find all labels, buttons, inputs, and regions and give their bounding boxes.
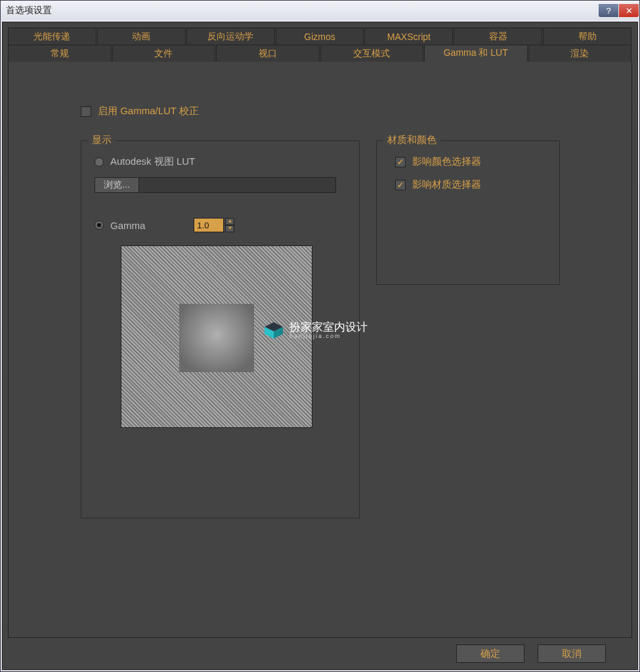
gamma-radio[interactable] [95,220,104,230]
tab-viewports[interactable]: 视口 [216,45,320,62]
tab-containers[interactable]: 容器 [454,28,542,45]
tab-animation[interactable]: 动画 [97,28,186,45]
lut-radio-row: Autodesk 视图 LUT [95,156,359,168]
tab-gamma-lut[interactable]: Gamma 和 LUT [424,45,528,62]
tab-help[interactable]: 帮助 [543,28,631,45]
affect-material-row: 影响材质选择器 [395,178,559,191]
gamma-radio-row: Gamma ▲ ▼ [95,218,359,232]
material-colors-title: 材质和颜色 [383,134,440,146]
tab-rendering[interactable]: 渲染 [528,45,632,62]
tab-gizmos[interactable]: Gizmos [276,28,364,45]
cancel-button[interactable]: 取消 [538,644,606,663]
material-colors-group: 材质和颜色 影响颜色选择器 影响材质选择器 [376,140,560,285]
tab-maxscript[interactable]: MAXScript [364,28,453,45]
gamma-radio-label: Gamma [110,220,145,231]
tabs-row-2: 常规 文件 视口 交互模式 Gamma 和 LUT 渲染 [8,45,632,62]
enable-gamma-row: 启用 Gamma/LUT 校正 [81,105,199,117]
affect-material-label: 影响材质选择器 [412,178,481,191]
tab-files[interactable]: 文件 [112,45,216,62]
preferences-window: 首选项设置 ? ✕ 光能传递 动画 反向运动学 Gizmos MAXScript… [0,0,640,672]
spinner-down-icon[interactable]: ▼ [225,225,234,232]
lut-radio-label: Autodesk 视图 LUT [110,156,195,168]
gamma-spinner: ▲ ▼ [194,218,234,232]
affect-color-checkbox[interactable] [395,157,406,167]
affect-material-checkbox[interactable] [395,180,406,190]
tab-radiosity[interactable]: 光能传递 [8,28,96,45]
tab-panel: 启用 Gamma/LUT 校正 显示 Autodesk 视图 LUT 浏览...… [8,62,632,638]
gamma-value-input[interactable] [194,218,224,232]
display-group-title: 显示 [88,134,116,146]
close-button[interactable]: ✕ [619,4,639,17]
spinner-up-icon[interactable]: ▲ [225,218,234,225]
dialog-body: 光能传递 动画 反向运动学 Gizmos MAXScript 容器 帮助 常规 … [2,22,638,670]
tabs-row-1: 光能传递 动画 反向运动学 Gizmos MAXScript 容器 帮助 [8,28,632,45]
tab-general[interactable]: 常规 [8,45,112,62]
enable-gamma-label: 启用 Gamma/LUT 校正 [98,105,199,117]
browse-button[interactable]: 浏览... [95,177,139,193]
enable-gamma-checkbox[interactable] [81,106,91,117]
affect-color-label: 影响颜色选择器 [412,156,481,168]
ok-button[interactable]: 确定 [456,644,524,663]
lut-path-field[interactable] [139,177,336,193]
tab-interaction-mode[interactable]: 交互模式 [320,45,424,62]
tab-inverse-kinematics[interactable]: 反向运动学 [186,28,275,45]
lut-radio[interactable] [95,158,104,167]
gamma-preview [121,245,312,428]
browse-row: 浏览... [95,177,359,193]
window-title: 首选项设置 [6,5,52,16]
display-group: 显示 Autodesk 视图 LUT 浏览... Gamma ▲ [81,140,360,518]
help-button[interactable]: ? [599,4,618,17]
title-bar: 首选项设置 ? ✕ [1,1,639,20]
affect-color-row: 影响颜色选择器 [395,156,559,168]
dialog-footer: 确定 取消 [8,644,632,663]
gamma-preview-swatch [179,304,254,372]
